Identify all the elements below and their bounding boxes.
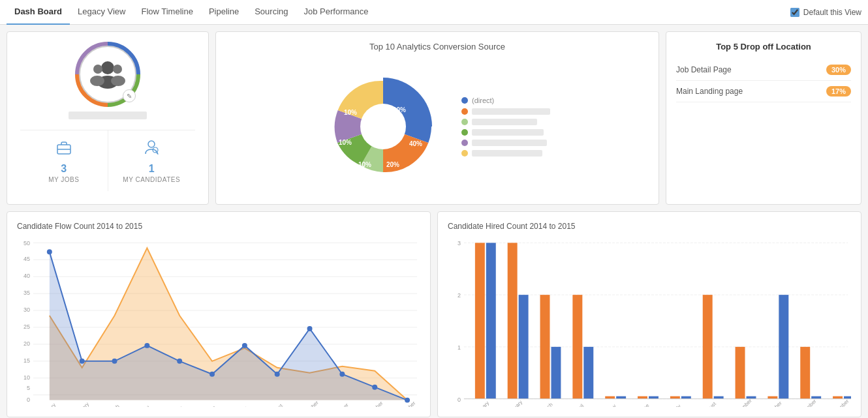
legend-dot-direct	[461, 97, 468, 104]
profile-card: ✎ 3 MY JOBS	[7, 31, 209, 205]
svg-text:10%: 10%	[344, 109, 357, 116]
nav-item-flow[interactable]: Flow Timeline	[133, 0, 200, 25]
default-view-label: Default this View	[803, 8, 861, 17]
candidates-icon	[108, 138, 196, 160]
svg-text:10: 10	[23, 374, 30, 381]
legend-item-5	[461, 150, 550, 157]
bar-mar-blue	[551, 347, 561, 399]
analytics-title: Top 10 Analytics Conversion Source	[229, 42, 645, 52]
svg-point-46	[177, 359, 182, 364]
person-icon	[142, 138, 161, 157]
svg-text:March: March	[540, 402, 554, 407]
dropoff-item-0: Job Detail Page 30%	[676, 59, 851, 81]
legend-item-2	[461, 119, 550, 125]
svg-point-45	[144, 343, 149, 348]
bar-aug-orange	[703, 295, 713, 398]
flow-chart-area: 50 45 40 35 30 25 20 15 10 5 0	[17, 237, 420, 407]
dropoff-label-0: Job Detail Page	[676, 65, 732, 74]
legend-item-4	[461, 140, 550, 146]
edit-icon[interactable]: ✎	[123, 89, 136, 102]
svg-text:April: April	[574, 403, 585, 407]
avatar-container: ✎	[78, 45, 137, 104]
analytics-card: Top 10 Analytics Conversion Source	[215, 31, 659, 205]
svg-text:February: February	[71, 401, 90, 407]
briefcase-icon	[55, 138, 73, 157]
legend-label-blurred-2	[472, 119, 537, 125]
nav-item-dashboard[interactable]: Dash Board	[7, 0, 70, 25]
hired-chart-area: 3 2 1 0	[448, 237, 851, 407]
main-content: ✎ 3 MY JOBS	[0, 25, 868, 418]
bar-jun-blue	[649, 396, 659, 399]
flow-chart-title: Candidate Flow Count 2014 to 2015	[17, 222, 420, 231]
dropoff-badge-0: 30%	[826, 65, 851, 75]
legend-label-blurred-5	[472, 150, 542, 157]
bar-nov-orange	[800, 347, 810, 399]
default-view-checkbox[interactable]	[790, 8, 799, 17]
svg-text:October: October	[766, 400, 783, 407]
legend-dot-2	[461, 119, 468, 125]
dropoff-card: Top 5 Drop off Location Job Detail Page …	[666, 31, 861, 205]
bar-jan-orange	[475, 243, 485, 398]
nav-item-legacy[interactable]: Legacy View	[70, 0, 133, 25]
svg-text:January: January	[40, 402, 57, 407]
dropoff-item-1: Main Landing page 17%	[676, 81, 851, 102]
dropoff-badge-1: 17%	[826, 86, 851, 97]
jobs-count: 3	[20, 163, 108, 175]
svg-text:0: 0	[457, 396, 461, 403]
legend-label-blurred-1	[472, 108, 550, 115]
my-candidates-stat: 1 MY CANDIDATES	[108, 130, 196, 191]
bar-jul-blue	[681, 396, 691, 399]
svg-text:25: 25	[23, 323, 30, 330]
bar-jun-orange	[638, 396, 647, 399]
legend-dot-1	[461, 108, 468, 115]
svg-point-53	[405, 398, 410, 403]
bar-sep-orange	[736, 347, 745, 399]
bar-feb-orange	[508, 243, 518, 398]
legend-label-blurred-3	[472, 129, 544, 136]
nav-item-sourcing[interactable]: Sourcing	[247, 0, 296, 25]
legend: (direct)	[461, 97, 550, 157]
svg-text:20%: 20%	[386, 161, 399, 168]
candidates-count: 1	[108, 163, 196, 175]
svg-text:15: 15	[23, 357, 30, 364]
svg-text:45: 45	[23, 256, 30, 262]
analytics-content: 10% 40% 20% 10% 10% 10% (direct)	[229, 58, 645, 194]
svg-text:50: 50	[23, 240, 30, 246]
legend-label-direct: (direct)	[472, 97, 494, 104]
svg-point-44	[112, 359, 117, 364]
hired-chart-title: Candidate Hired Count 2014 to 2015	[448, 222, 851, 231]
svg-text:10%: 10%	[339, 139, 352, 146]
svg-text:May: May	[173, 405, 184, 407]
svg-text:June: June	[638, 402, 651, 407]
legend-dot-5	[461, 150, 468, 157]
svg-text:20: 20	[23, 340, 30, 347]
svg-text:August: August	[268, 402, 284, 407]
svg-text:November: November	[796, 398, 818, 407]
bar-dec-orange	[833, 396, 843, 399]
svg-text:2: 2	[457, 292, 461, 299]
bar-feb-blue	[519, 295, 529, 398]
bar-jan-blue	[486, 243, 496, 398]
legend-item-1	[461, 108, 550, 115]
svg-text:10%: 10%	[393, 106, 406, 113]
nav-item-job-performance[interactable]: Job Performance	[296, 0, 377, 25]
svg-text:35: 35	[23, 290, 30, 296]
svg-text:May: May	[606, 403, 617, 407]
svg-point-52	[372, 385, 377, 390]
profile-stats: 3 MY JOBS 1 MY CANDIDATES	[20, 130, 195, 191]
svg-text:April: April	[140, 405, 152, 407]
legend-item-3	[461, 129, 550, 136]
dropoff-title: Top 5 Drop off Location	[676, 42, 851, 52]
svg-text:October: October	[332, 402, 350, 407]
svg-point-48	[242, 343, 247, 348]
nav-right: Default this View	[790, 8, 861, 17]
svg-text:10%: 10%	[358, 161, 371, 168]
charts-row: Candidate Flow Count 2014 to 2015 50 45 …	[7, 211, 861, 417]
svg-text:1: 1	[457, 344, 461, 351]
dropoff-label-1: Main Landing page	[676, 87, 743, 96]
nav-item-pipeline[interactable]: Pipeline	[201, 0, 247, 25]
svg-point-9	[148, 141, 155, 147]
svg-text:December: December	[829, 398, 850, 407]
svg-text:40%: 40%	[409, 140, 422, 147]
svg-text:September: September	[298, 400, 320, 407]
